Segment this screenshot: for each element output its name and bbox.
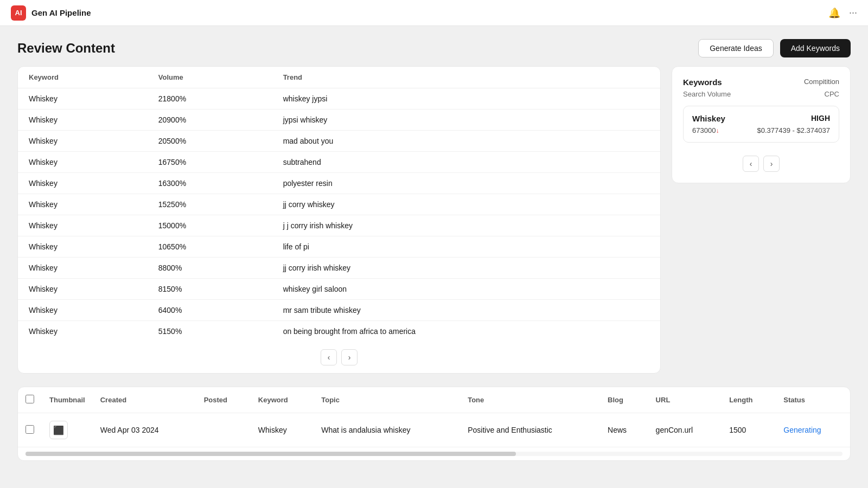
list-item: ⬛ Wed Apr 03 2024 Whiskey What is andalu… <box>18 413 850 447</box>
cell-trend: jypsi whiskey <box>272 110 660 131</box>
table-row: Whiskey 8800% jj corry irish whiskey <box>18 258 660 279</box>
keyword-detail-box: Whiskey HIGH 673000↓ $0.377439 - $2.3740… <box>683 106 839 143</box>
cell-keyword: Whiskey <box>251 413 314 447</box>
ellipsis-icon[interactable]: ··· <box>849 7 857 18</box>
cell-volume: 15250% <box>148 194 272 215</box>
volume-down-arrow: ↓ <box>716 127 719 134</box>
cell-url: genCon.url <box>648 413 722 447</box>
navbar-left: AI Gen AI Pipeline <box>11 5 91 21</box>
col-posted: Posted <box>196 387 251 413</box>
side-pagination: ‹ › <box>683 151 839 172</box>
cell-keyword: Whiskey <box>18 215 148 236</box>
col-tone: Tone <box>460 387 600 413</box>
cell-trend: polyester resin <box>272 173 660 194</box>
col-status: Status <box>776 387 850 413</box>
bottom-table: Thumbnail Created Posted Keyword Topic T… <box>18 387 850 447</box>
cell-length: 1500 <box>722 413 776 447</box>
cell-trend: on being brought from africa to america <box>272 321 660 342</box>
table-row: Whiskey 10650% life of pi <box>18 236 660 258</box>
cell-volume: 8800% <box>148 258 272 279</box>
navbar-right: 🔔 ··· <box>828 7 857 19</box>
thumbnail-icon: ⬛ <box>49 421 68 439</box>
bottom-card: Thumbnail Created Posted Keyword Topic T… <box>17 387 851 461</box>
kd-cpc: $0.377439 - $2.374037 <box>757 126 830 134</box>
cell-trend: jj corry irish whiskey <box>272 258 660 279</box>
horizontal-scrollbar[interactable] <box>25 452 843 456</box>
cell-keyword: Whiskey <box>18 131 148 152</box>
cell-status: Generating <box>776 413 850 447</box>
kd-competition: HIGH <box>811 114 830 123</box>
kd-top: Whiskey HIGH <box>692 114 830 123</box>
cell-volume: 15000% <box>148 215 272 236</box>
cell-keyword: Whiskey <box>18 173 148 194</box>
side-panel-header: Keywords Compitition <box>683 78 839 87</box>
thumbnail-cell: ⬛ <box>42 413 93 447</box>
table-pagination: ‹ › <box>18 342 660 373</box>
app-title: Gen AI Pipeline <box>31 8 91 17</box>
table-row: Whiskey 15250% jj corry whiskey <box>18 194 660 215</box>
cell-volume: 10650% <box>148 236 272 258</box>
cell-posted <box>196 413 251 447</box>
cell-blog: News <box>600 413 648 447</box>
cell-keyword: Whiskey <box>18 258 148 279</box>
table-row: Whiskey 21800% whiskey jypsi <box>18 88 660 110</box>
cell-keyword: Whiskey <box>18 88 148 110</box>
competition-label: Compitition <box>804 78 839 87</box>
table-row: Whiskey 16750% subtrahend <box>18 152 660 173</box>
cell-volume: 8150% <box>148 279 272 300</box>
table-row: Whiskey 20900% jypsi whiskey <box>18 110 660 131</box>
prev-page-button[interactable]: ‹ <box>321 349 337 365</box>
cell-tone: Positive and Enthusiastic <box>460 413 600 447</box>
cell-trend: subtrahend <box>272 152 660 173</box>
cell-volume: 16750% <box>148 152 272 173</box>
next-page-button[interactable]: › <box>341 349 358 365</box>
col-blog: Blog <box>600 387 648 413</box>
kd-volume: 673000↓ <box>692 126 719 134</box>
col-thumbnail: Thumbnail <box>42 387 93 413</box>
keyword-table: Keyword Volume Trend Whiskey 21800% whis… <box>18 67 660 342</box>
kd-bottom: 673000↓ $0.377439 - $2.374037 <box>692 126 830 134</box>
cell-trend: whiskey jypsi <box>272 88 660 110</box>
header-actions: Generate Ideas Add Keywords <box>698 39 851 57</box>
kd-name: Whiskey <box>692 114 725 123</box>
cell-trend: whiskey girl saloon <box>272 279 660 300</box>
cell-keyword: Whiskey <box>18 110 148 131</box>
bell-icon[interactable]: 🔔 <box>828 7 840 19</box>
table-row: Whiskey 8150% whiskey girl saloon <box>18 279 660 300</box>
cell-keyword: Whiskey <box>18 279 148 300</box>
add-keywords-button[interactable]: Add Keywords <box>780 39 851 57</box>
scrollbar-thumb <box>25 452 516 456</box>
cell-keyword: Whiskey <box>18 194 148 215</box>
search-volume-label: Search Volume <box>683 90 731 98</box>
cell-volume: 6400% <box>148 300 272 321</box>
col-keyword: Keyword <box>251 387 314 413</box>
cell-keyword: Whiskey <box>18 321 148 342</box>
col-keyword: Keyword <box>18 67 148 88</box>
cell-volume: 21800% <box>148 88 272 110</box>
page-title: Review Content <box>17 41 115 56</box>
col-length: Length <box>722 387 776 413</box>
row-checkbox-cell <box>18 413 42 447</box>
col-topic: Topic <box>314 387 460 413</box>
page-header: Review Content Generate Ideas Add Keywor… <box>0 26 868 66</box>
select-all-checkbox[interactable] <box>25 395 34 403</box>
table-row: Whiskey 15000% j j corry irish whiskey <box>18 215 660 236</box>
navbar: AI Gen AI Pipeline 🔔 ··· <box>0 0 868 26</box>
side-panel: Keywords Compitition Search Volume CPC W… <box>672 66 851 183</box>
keyword-table-card: Keyword Volume Trend Whiskey 21800% whis… <box>17 66 661 374</box>
side-panel-subheader: Search Volume CPC <box>683 90 839 98</box>
cell-volume: 5150% <box>148 321 272 342</box>
main-content: Keyword Volume Trend Whiskey 21800% whis… <box>0 66 868 387</box>
row-checkbox[interactable] <box>25 425 34 434</box>
cell-trend: life of pi <box>272 236 660 258</box>
side-prev-button[interactable]: ‹ <box>743 156 759 172</box>
table-row: Whiskey 6400% mr sam tribute whiskey <box>18 300 660 321</box>
cell-volume: 20900% <box>148 110 272 131</box>
cell-trend: j j corry irish whiskey <box>272 215 660 236</box>
table-row: Whiskey 5150% on being brought from afri… <box>18 321 660 342</box>
side-next-button[interactable]: › <box>763 156 780 172</box>
cell-trend: mr sam tribute whiskey <box>272 300 660 321</box>
app-logo: AI <box>11 5 26 21</box>
generate-ideas-button[interactable]: Generate Ideas <box>698 39 774 57</box>
col-url: URL <box>648 387 722 413</box>
